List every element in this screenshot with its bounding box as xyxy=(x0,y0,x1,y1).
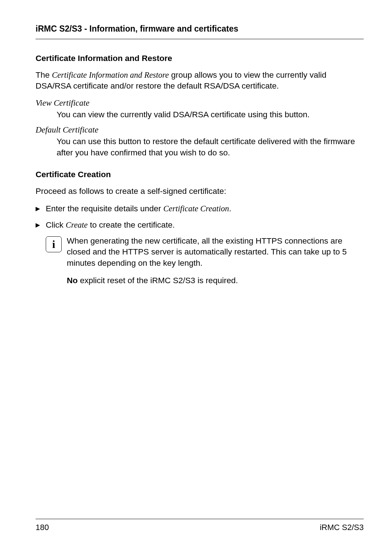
step-text: Click Create to create the certificate. xyxy=(46,220,175,231)
step-italic: Create xyxy=(66,220,87,229)
document-page: iRMC S2/S3 - Information, firmware and c… xyxy=(0,0,392,315)
step-item: ▶ Enter the requisite details under Cert… xyxy=(36,203,364,214)
page-number: 180 xyxy=(36,523,49,532)
step-item: ▶ Click Create to create the certificate… xyxy=(36,220,364,231)
section2-intro: Proceed as follows to create a self-sign… xyxy=(36,186,364,197)
desc-default-certificate: You can use this button to restore the d… xyxy=(57,136,364,158)
step-list: ▶ Enter the requisite details under Cert… xyxy=(36,203,364,293)
section-title-cert-creation: Certificate Creation xyxy=(36,170,364,179)
section1-intro: The Certificate Information and Restore … xyxy=(36,70,364,92)
note-para2: No explicit reset of the iRMC S2/S3 is r… xyxy=(67,275,364,286)
section-title-cert-info-restore: Certificate Information and Restore xyxy=(36,54,364,63)
desc-view-certificate: You can view the currently valid DSA/RSA… xyxy=(57,109,364,120)
triangle-icon: ▶ xyxy=(36,203,46,214)
note-para1: When generating the new certificate, all… xyxy=(67,236,364,269)
definition-list: View Certificate You can view the curren… xyxy=(36,98,364,158)
note-text-group: When generating the new certificate, all… xyxy=(67,236,364,293)
info-icon: i xyxy=(46,236,62,252)
footer-doc-label: iRMC S2/S3 xyxy=(320,523,364,532)
term-default-certificate: Default Certificate xyxy=(36,125,364,135)
step-prefix: Enter the requisite details under xyxy=(46,204,163,213)
info-note: i When generating the new certificate, a… xyxy=(46,236,364,293)
note-para2-bold: No xyxy=(67,276,78,285)
page-footer: 180 iRMC S2/S3 xyxy=(36,519,364,532)
note-para2-rest: explicit reset of the iRMC S2/S3 is requ… xyxy=(78,276,238,285)
step-text: Enter the requisite details under Certif… xyxy=(46,203,231,214)
term-view-certificate: View Certificate xyxy=(36,98,364,108)
triangle-icon: ▶ xyxy=(36,220,46,231)
intro-prefix: The xyxy=(36,70,52,80)
step-italic: Certificate Creation xyxy=(163,204,229,213)
step-prefix: Click xyxy=(46,220,66,229)
running-header: iRMC S2/S3 - Information, firmware and c… xyxy=(36,24,364,39)
step-suffix: . xyxy=(229,204,231,213)
intro-italic: Certificate Information and Restore xyxy=(52,70,169,80)
step-suffix: to create the certificate. xyxy=(87,220,175,229)
